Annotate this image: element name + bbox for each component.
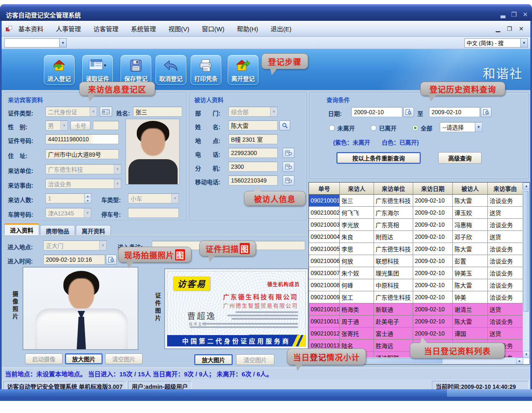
dial-phone-button[interactable] <box>283 148 294 158</box>
chevron-down-icon: ▼ <box>171 194 178 203</box>
visitor-name-field[interactable]: 张三 <box>133 107 182 117</box>
reason-filter-combo[interactable]: --请选择▼ <box>440 122 482 132</box>
parking-field[interactable] <box>128 208 179 218</box>
table-row[interactable]: 090210005 李思 广东德生科技 2009-02-10 陈大雷 洽谈业务 <box>309 243 522 255</box>
table-row[interactable]: 090210006 何放 联想科技 2009-02-10 彭置 洽谈业务 <box>309 255 522 267</box>
car-type-label: 车类型: <box>101 195 121 204</box>
query-section-title: 查询条件 <box>326 95 350 104</box>
table-row[interactable]: 090210009 张工 广东德生科技 2009-02-10 钟美 洽谈业务 <box>309 291 522 303</box>
table-vertical-scrollbar[interactable]: ▲ ▼ <box>522 183 529 358</box>
entry-place-label: 进入地点: <box>8 243 33 251</box>
table-row[interactable]: 090210004 朱良 附而达 2009-02-10 邓子欣 送货 <box>309 231 522 243</box>
place-field[interactable]: B幢 2301 室 <box>228 134 278 144</box>
callout-history-query: 登记历史资料查询 <box>420 82 505 96</box>
window-title: 访客自动登记安全管理系统 <box>6 10 81 19</box>
gender-label: 性 别: <box>8 123 28 131</box>
dept-combo: 综合部▼ <box>228 107 278 117</box>
camera-photo-vertical-label: 摄像照片 <box>11 291 19 321</box>
card-member-text: 德生机构成员 <box>267 280 300 288</box>
address-field[interactable]: 广州市中山大道89号 <box>45 149 119 159</box>
language-combo[interactable]: 中文 (简体) - 搜 ▼ <box>464 38 528 48</box>
chevron-down-icon[interactable]: ▼ <box>520 39 527 47</box>
print-ticket-button[interactable]: 打印凭条 <box>191 55 221 85</box>
scroll-down-icon[interactable]: ▼ <box>523 351 530 358</box>
leave-register-button[interactable]: 离开登记 <box>228 55 258 85</box>
count-label: 来访人数: <box>8 195 33 204</box>
visited-name-field[interactable]: 陈大雷 <box>228 120 278 130</box>
scroll-up-icon[interactable]: ▲ <box>523 183 530 190</box>
scroll-right-icon[interactable]: ► <box>516 358 523 365</box>
enlarge-photo-button[interactable]: 放大图片 <box>65 353 103 364</box>
menu-item[interactable]: 窗口(W) <box>202 24 224 33</box>
title-bar: 访客自动登记安全管理系统 ▃ ❐ ✕ <box>0 4 532 21</box>
restore-icon[interactable]: ❐ <box>511 11 517 18</box>
read-id-icon-button[interactable] <box>100 107 112 117</box>
entry-time-picker-button[interactable] <box>106 255 117 265</box>
read-card-button[interactable]: 读取证件 <box>82 55 113 85</box>
phone-field[interactable]: 22992300 <box>228 148 278 158</box>
dial-mobile-button[interactable] <box>283 175 294 185</box>
entry-time-field[interactable]: 2009-02-10 10:16 <box>43 255 105 265</box>
table-row[interactable]: 090210001 张三 广东德生科技 2009-02-10 陈大雷 洽谈业务 <box>309 195 522 207</box>
chevron-down-icon: ▼ <box>270 107 277 116</box>
table-row[interactable]: 090210011 周于通 赴美电子 2009-02-10 陈大雷 洽谈业务 <box>309 315 522 328</box>
tab-carried-items[interactable]: 携带物品 <box>40 225 75 236</box>
requery-button[interactable]: 按以上条件重新查询 <box>336 152 421 164</box>
radio-all[interactable]: 全部 <box>412 124 432 132</box>
clear-cert-button[interactable]: 清空图片 <box>236 354 274 365</box>
close-icon[interactable]: ✕ <box>522 11 528 18</box>
table-row[interactable]: 090210007 朱个奴 理光集团 2009-02-10 钟美玉 洽谈业务 <box>309 267 522 279</box>
save-register-button[interactable]: 保存登记 <box>120 55 151 85</box>
chevron-down-icon[interactable]: ▼ <box>59 39 66 47</box>
window-bottom-edge <box>0 389 532 397</box>
query-group: 查询条件 日期: 2009-02-10 至 2009-02-10 未离开 已离开… <box>309 93 529 178</box>
date-from-picker-button[interactable] <box>403 107 414 117</box>
entry-time-label: 进入时间: <box>8 257 33 265</box>
card-no-field[interactable] <box>93 121 119 130</box>
table-row[interactable]: 090210002 何飞飞 广东海尔 2009-02-10 谭玉姣 送货 <box>309 207 522 219</box>
menu-item[interactable]: 基本资料 <box>18 24 43 33</box>
menu-item[interactable]: 访客管理 <box>93 24 118 33</box>
mdi-restore-icon[interactable]: ❐ <box>507 25 512 32</box>
card-no-button[interactable]: 卡号 <box>70 121 90 130</box>
quick-select-combo[interactable]: ▼ <box>4 38 67 48</box>
date-from-field[interactable]: 2009-02-10 <box>351 107 402 117</box>
advanced-query-button[interactable]: 高级查询 <box>438 152 482 164</box>
mdi-close-icon[interactable]: ✕ <box>519 25 524 32</box>
table-row[interactable]: 090210003 李光放 广东亮相 2009-02-10 冯惠梅 洽谈业务 <box>309 219 522 231</box>
date-label: 日期: <box>328 109 342 118</box>
tab-leave-info[interactable]: 离开资料 <box>76 225 111 236</box>
cancel-register-button[interactable]: 取消登记 <box>156 55 186 85</box>
enlarge-cert-button[interactable]: 放大图片 <box>194 354 233 365</box>
dial-ext-button[interactable] <box>283 162 294 172</box>
menu-item[interactable]: 退出(E) <box>271 24 291 33</box>
menu-item[interactable]: 视图(V) <box>168 24 189 33</box>
date-to-field[interactable]: 2009-02-10 <box>429 107 480 117</box>
menu-item[interactable]: 系统管理 <box>131 24 156 33</box>
search-person-button[interactable] <box>279 120 290 130</box>
start-camera-button[interactable]: 启动摄像 <box>25 353 63 364</box>
ext-field[interactable]: 2300 <box>228 162 278 172</box>
unit-combo: 广东德生科技▼ <box>45 164 121 174</box>
clear-photo-button[interactable]: 清空图片 <box>105 353 143 364</box>
radio-not-left[interactable]: 未离开 <box>329 124 355 132</box>
mobile-field[interactable]: 15602210349 <box>228 175 278 185</box>
date-to-picker-button[interactable] <box>481 107 492 117</box>
callout-visitor-area: 来访信息登记区 <box>79 82 155 96</box>
table-row[interactable]: 090210008 何峰 中原科技 2009-02-10 陈大雷 洽谈业务 <box>309 279 522 291</box>
dept-label: 部 门: <box>195 109 221 117</box>
table-row[interactable]: 090210012 张寄托 富士通 2009-02-10 谭国 送货 <box>309 328 522 340</box>
menu-item[interactable]: 人事管理 <box>56 24 81 33</box>
card-logo: 访客易 <box>173 276 210 290</box>
mdi-minimize-icon[interactable]: ▁ <box>496 25 500 32</box>
daily-summary-line: 当前地点：未设置本地地点。 当日进入：15次 / 15人 当日离开：9次 / 9… <box>2 368 530 379</box>
enter-register-button[interactable]: 进入登记 <box>44 55 75 85</box>
cert-no-field[interactable]: 4401111980010 <box>45 134 119 144</box>
visited-name-label: 姓 名: <box>195 123 221 131</box>
minimize-icon[interactable]: ▃ <box>500 11 505 18</box>
chevron-down-icon[interactable]: ▼ <box>475 123 482 132</box>
menu-item[interactable]: 帮助(H) <box>237 24 258 33</box>
tab-entry-info[interactable]: 进入资料 <box>4 223 39 235</box>
table-row[interactable]: 090210010 杨海类 新联通 2009-02-10 谢清兰 送货 <box>309 303 522 315</box>
radio-left[interactable]: 已离开 <box>371 124 396 132</box>
